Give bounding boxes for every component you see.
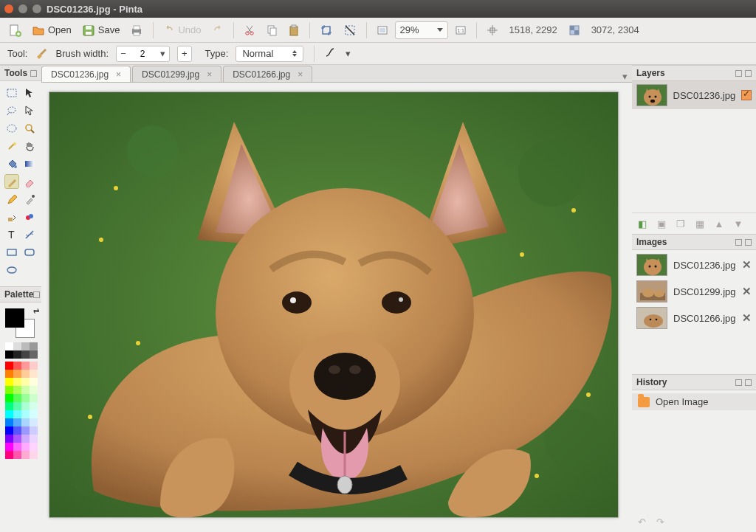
window-minimize-button[interactable] [18, 4, 27, 13]
panel-close-icon[interactable] [745, 239, 752, 246]
svg-point-49 [586, 393, 591, 397]
layer-row[interactable]: DSC01236.jpg [632, 81, 756, 109]
pan-tool[interactable] [22, 139, 37, 153]
paste-button[interactable] [284, 22, 303, 38]
close-icon[interactable]: × [116, 69, 121, 80]
copy-button[interactable] [262, 22, 281, 38]
panel-close-icon[interactable] [745, 70, 752, 77]
zoom-select[interactable]: 29% [395, 21, 448, 39]
cursor-coords: 1518, 2292 [509, 24, 557, 35]
close-icon[interactable]: × [298, 69, 303, 80]
zoom-tool[interactable] [22, 121, 37, 136]
magic-wand-tool[interactable] [4, 139, 19, 153]
layer-visible-checkbox[interactable] [741, 90, 752, 100]
swap-colors-icon[interactable]: ⇄ [33, 307, 39, 315]
panel-min-icon[interactable] [735, 70, 742, 77]
recolor-tool[interactable] [22, 210, 37, 224]
foreground-color-swatch[interactable] [5, 308, 24, 328]
brush-width-spinner[interactable]: − ▾ [116, 46, 170, 62]
freeform-tool[interactable] [22, 263, 37, 277]
paintbrush-tool[interactable] [4, 174, 19, 189]
new-file-button[interactable] [4, 21, 25, 39]
chevron-down-icon[interactable]: ▾ [346, 48, 351, 59]
image-size-icon [565, 22, 584, 38]
image-row[interactable]: DSC01299.jpg ✕ [632, 278, 756, 305]
rounded-rect-tool[interactable] [22, 245, 37, 260]
move-pixels-tool[interactable] [22, 103, 37, 118]
merge-down-icon[interactable]: ▦ [694, 218, 706, 229]
current-colors[interactable]: ⇄ [5, 308, 38, 338]
tab-label: DSC01266.jpg [233, 69, 290, 80]
image-row[interactable]: DSC01266.jpg ✕ [632, 305, 756, 331]
canvas-viewport[interactable] [41, 83, 632, 532]
chevron-down-icon [437, 28, 443, 32]
crop-button[interactable] [316, 21, 337, 39]
close-icon[interactable]: ✕ [742, 285, 752, 298]
svg-point-56 [382, 291, 411, 314]
move-down-icon[interactable]: ▼ [732, 218, 744, 229]
add-layer-icon[interactable]: ◧ [636, 218, 648, 229]
tool-options-bar: Tool: Brush width: − ▾ + Type: Normal ▾ [0, 43, 756, 65]
delete-layer-icon[interactable]: ▣ [656, 218, 667, 229]
window-titlebar: DSC01236.jpg - Pinta [0, 0, 756, 18]
panel-collapse-icon[interactable] [33, 291, 40, 298]
move-selection-tool[interactable] [22, 86, 37, 100]
move-up-icon[interactable]: ▲ [713, 218, 725, 229]
tab-doc-2[interactable]: DSC01299.jpg × [132, 66, 221, 82]
decrement-button[interactable]: − [117, 48, 130, 59]
color-swatches[interactable] [5, 362, 38, 459]
brush-type-select[interactable]: Normal [236, 46, 303, 62]
window-close-button[interactable] [4, 4, 13, 13]
svg-rect-11 [270, 28, 276, 35]
svg-point-57 [399, 297, 403, 302]
open-button[interactable]: Open [28, 21, 75, 39]
deselect-button[interactable] [340, 21, 360, 39]
tab-doc-1[interactable]: DSC01236.jpg × [41, 66, 131, 82]
brush-width-input[interactable] [130, 49, 155, 59]
tabs-menu-icon[interactable]: ▾ [622, 71, 628, 82]
window-maximize-button[interactable] [32, 4, 41, 13]
history-row[interactable]: Open Image [632, 393, 756, 410]
lasso-tool[interactable] [4, 103, 19, 118]
image-row[interactable]: DSC01236.jpg ✕ [632, 252, 756, 278]
rect-select-tool[interactable] [4, 86, 19, 100]
pencil-tool[interactable] [4, 192, 19, 207]
rectangle-tool[interactable] [4, 245, 19, 260]
zoom-actual-button[interactable]: 1:1 [451, 22, 470, 38]
line-tool[interactable] [22, 227, 37, 242]
gradient-tool[interactable] [22, 156, 37, 171]
canvas[interactable] [49, 91, 619, 518]
curve-icon [325, 46, 338, 61]
image-thumbnail [636, 280, 667, 303]
duplicate-layer-icon[interactable]: ❐ [675, 218, 687, 229]
ellipse-select-tool[interactable] [4, 121, 19, 136]
text-tool[interactable]: T [4, 227, 19, 242]
save-button[interactable]: Save [78, 21, 124, 39]
print-button[interactable] [126, 21, 147, 39]
cut-button[interactable] [240, 22, 259, 38]
panel-min-icon[interactable] [735, 239, 742, 246]
redo-button[interactable] [208, 22, 227, 38]
undo-button[interactable]: Undo [159, 22, 205, 38]
eyedropper-tool[interactable] [22, 192, 37, 207]
zoom-fit-button[interactable] [373, 22, 392, 38]
grayscale-swatches[interactable] [5, 342, 38, 359]
panel-min-icon[interactable] [735, 379, 742, 386]
redo-step-icon[interactable]: ↷ [656, 517, 664, 528]
close-icon[interactable]: × [207, 69, 212, 80]
tab-doc-3[interactable]: DSC01266.jpg × [223, 66, 312, 82]
eraser-tool[interactable] [22, 174, 37, 189]
bucket-tool[interactable] [4, 156, 19, 171]
panel-close-icon[interactable] [745, 379, 752, 386]
undo-step-icon[interactable]: ↶ [638, 517, 646, 528]
close-icon[interactable]: ✕ [742, 258, 752, 272]
ellipse-tool[interactable] [4, 263, 19, 277]
clone-tool[interactable] [4, 210, 19, 224]
chevron-down-icon[interactable]: ▾ [156, 48, 169, 59]
panel-collapse-icon[interactable] [30, 70, 37, 77]
tab-label: DSC01236.jpg [51, 69, 109, 80]
document-tabs: DSC01236.jpg × DSC01299.jpg × DSC01266.j… [41, 65, 632, 83]
svg-point-50 [535, 474, 539, 478]
close-icon[interactable]: ✕ [742, 311, 752, 325]
increment-button[interactable]: + [177, 46, 192, 62]
